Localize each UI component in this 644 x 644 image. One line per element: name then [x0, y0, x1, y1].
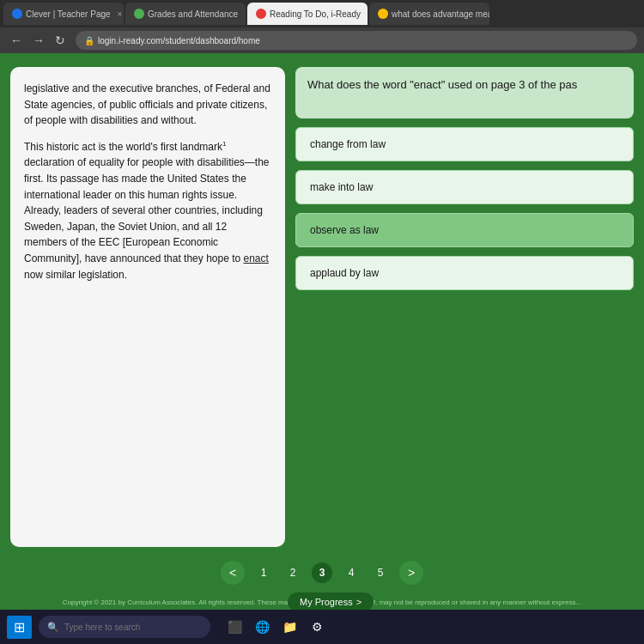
- clever-favicon: [12, 9, 22, 19]
- taskbar-icons: ⬛ 🌐 📁 ⚙: [224, 617, 327, 637]
- answer-option-c[interactable]: observe as law: [295, 213, 634, 247]
- question-text: What does the word "enact" used on page …: [307, 78, 577, 91]
- my-progress-button[interactable]: My Progress >: [288, 592, 374, 610]
- tab-bar: Clever | Teacher Page × Grades and Atten…: [0, 0, 644, 27]
- url-text: login.i-ready.com/student/dashboard/home: [98, 36, 260, 46]
- back-button[interactable]: ←: [7, 32, 26, 49]
- page-3[interactable]: 3: [312, 562, 332, 583]
- grades-favicon: [134, 9, 144, 19]
- main-content: legislative and the executive branches, …: [0, 53, 644, 610]
- my-progress-label: My Progress: [300, 597, 353, 607]
- forward-button[interactable]: →: [29, 32, 48, 49]
- browser-chrome: Clever | Teacher Page × Grades and Atten…: [0, 0, 644, 53]
- next-page-button[interactable]: >: [399, 561, 423, 585]
- passage-p2-last: now similar legislation.: [24, 269, 127, 281]
- taskbar-folder-icon[interactable]: 📁: [279, 617, 300, 637]
- passage-paragraph-2: This historic act is the world's first l…: [24, 139, 271, 283]
- passage-p2-start: This historic act is the world's first l…: [24, 141, 222, 153]
- answer-option-a[interactable]: change from law: [295, 127, 634, 161]
- tab-reading-label: Reading To Do, i-Ready: [270, 9, 361, 19]
- taskbar-search-input[interactable]: [64, 623, 185, 632]
- answer-c-text: observe as law: [310, 224, 379, 236]
- tab-reading[interactable]: Reading To Do, i-Ready ×: [247, 3, 368, 25]
- taskbar-browser-icon[interactable]: ⬛: [224, 617, 245, 637]
- tab-grades[interactable]: Grades and Attendance ×: [125, 3, 246, 25]
- content-area: legislative and the executive branches, …: [0, 53, 644, 554]
- passage-text: legislative and the executive branches, …: [24, 81, 271, 283]
- lock-icon: 🔒: [84, 36, 94, 46]
- my-progress-arrow: >: [356, 597, 361, 607]
- passage-superscript: 1: [222, 140, 226, 148]
- answer-a-text: change from law: [310, 138, 386, 150]
- windows-start-button[interactable]: ⊞: [7, 616, 32, 639]
- passage-enact-link[interactable]: enact: [244, 252, 269, 264]
- question-box: What does the word "enact" used on page …: [295, 67, 634, 118]
- nav-buttons: ← → ↻: [7, 32, 69, 49]
- tab-clever-label: Clever | Teacher Page: [26, 9, 111, 19]
- url-field[interactable]: 🔒 login.i-ready.com/student/dashboard/ho…: [76, 31, 637, 50]
- page-4[interactable]: 4: [341, 562, 361, 583]
- tab-google-label: what does advantage mean — Go...: [392, 9, 489, 19]
- taskbar-search[interactable]: 🔍: [39, 616, 210, 638]
- page-1[interactable]: 1: [253, 562, 274, 583]
- tab-grades-label: Grades and Attendance: [148, 9, 238, 19]
- prev-page-button[interactable]: <: [221, 561, 245, 585]
- passage-paragraph-1: legislative and the executive branches, …: [24, 81, 271, 129]
- taskbar-search-icon: 🔍: [47, 622, 59, 633]
- answer-option-d[interactable]: applaud by law: [295, 256, 634, 290]
- answer-d-text: applaud by law: [310, 267, 379, 279]
- page-5[interactable]: 5: [370, 562, 391, 583]
- passage-p2-end: declaration of equality for people with …: [24, 156, 270, 264]
- answer-b-text: make into law: [310, 181, 373, 193]
- passage-card: legislative and the executive branches, …: [10, 67, 285, 547]
- tab-clever[interactable]: Clever | Teacher Page ×: [3, 3, 124, 25]
- question-area: What does the word "enact" used on page …: [295, 67, 634, 547]
- tab-google[interactable]: what does advantage mean — Go... ×: [369, 3, 489, 25]
- tab-clever-close[interactable]: ×: [118, 9, 123, 19]
- google-favicon: [378, 9, 388, 19]
- reload-button[interactable]: ↻: [52, 32, 69, 49]
- reading-favicon: [256, 9, 266, 19]
- taskbar-edge-icon[interactable]: 🌐: [252, 617, 272, 637]
- answer-option-b[interactable]: make into law: [295, 170, 634, 204]
- tab-grades-close[interactable]: ×: [245, 9, 246, 19]
- address-bar: ← → ↻ 🔒 login.i-ready.com/student/dashbo…: [0, 27, 644, 53]
- page-2[interactable]: 2: [283, 562, 303, 583]
- taskbar: ⊞ 🔍 ⬛ 🌐 📁 ⚙: [0, 610, 644, 644]
- taskbar-chrome-icon[interactable]: ⚙: [307, 617, 327, 637]
- pagination: < 1 2 3 4 5 >: [0, 554, 644, 590]
- progress-area: My Progress >: [0, 590, 644, 597]
